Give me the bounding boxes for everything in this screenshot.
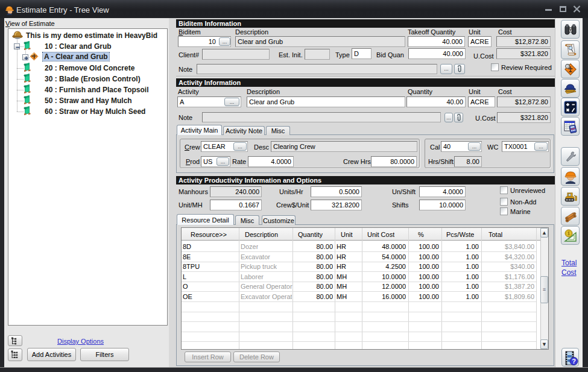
svg-text:?: ? <box>572 358 576 365</box>
